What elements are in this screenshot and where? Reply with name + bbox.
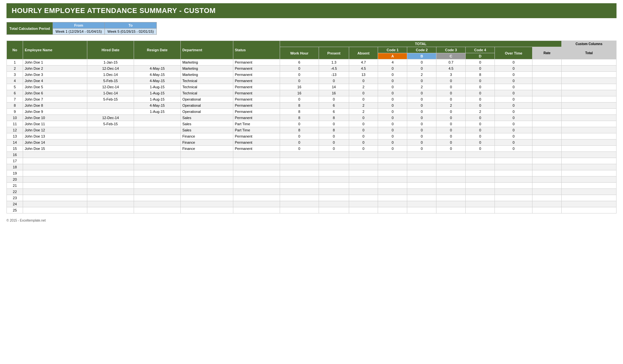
col-employee-name: Employee Name [23,41,87,59]
table-row: 23 [7,195,617,201]
col-present: Present [319,47,349,59]
period-table: Total Calculation Period From To Week 1 … [6,22,157,35]
table-row: 3John Doe 31-Dec-144-May-15MarketingPerm… [7,72,617,78]
table-row: 10John Doe 1012-Dec-14SalesPermanent8800… [7,115,617,121]
table-row: 15John Doe 15FinancePermanent00000000 [7,146,617,152]
col-resign-date: Resign Date [134,41,181,59]
page-title: HOURLY EMPLOYEE ATTENDANCE SUMMARY - CUS… [6,3,617,18]
col-status: Status [233,41,280,59]
table-row: 11John Doe 115-Feb-15SalesPart Time00000… [7,121,617,127]
table-row: 21 [7,183,617,189]
to-value: Week 5 (01/26/15 - 02/01/15) [104,29,156,35]
table-row: 5John Doe 512-Dec-141-Aug-15TechnicalPer… [7,84,617,90]
table-row: 19 [7,170,617,176]
table-row: 24 [7,201,617,207]
col-absent: Absent [349,47,378,59]
total-section-header: TOTAL [280,41,562,47]
col-code4: Code 4 [466,47,495,53]
table-row: 13John Doe 13FinancePermanent00000000 [7,133,617,140]
col-sub-b: B [407,53,436,59]
table-row: 1John Doe 11-Jan-15MarketingPermanent61.… [7,59,617,66]
period-label-1: Total Calculation Period [7,22,53,35]
table-row: 7John Doe 75-Feb-151-Aug-15OperationalPe… [7,96,617,103]
table-row: 25 [7,207,617,213]
table-row: 4John Doe 45-Feb-154-May-15TechnicalPerm… [7,78,617,84]
table-row: 16 [7,152,617,158]
table-row: 2John Doe 212-Dec-144-May-15MarketingPer… [7,66,617,72]
col-work-hour: Work Hour [280,47,319,59]
table-row: 8John Doe 84-May-15OperationalPermanent8… [7,103,617,109]
col-no: No [7,41,23,59]
table-row: 22 [7,189,617,195]
table-row: 14John Doe 14FinancePermanent00000000 [7,140,617,146]
table-row: 9John Doe 91-Aug-15OperationalPermanent8… [7,109,617,115]
col-sub-a: A [378,53,407,59]
col-rate: Rate [532,47,562,59]
table-row: 6John Doe 61-Dec-141-Aug-15TechnicalPerm… [7,90,617,96]
col-sub-c: C [436,53,466,59]
custom-columns-header: Custom Columns [562,41,617,47]
col-hired-date: Hired Date [87,41,134,59]
table-row: 12John Doe 12SalesPart Time88000000 [7,127,617,133]
col-total: Total [562,47,617,59]
table-row: 18 [7,164,617,170]
from-value: Week 1 (12/29/14 - 01/04/15) [53,29,105,35]
col-sub-d: D [466,53,495,59]
to-header: To [104,22,156,29]
col-department: Department [180,41,233,59]
from-header: From [53,22,105,29]
footer-text: © 2015 - Exceltemplate.net [6,219,617,222]
col-over-time: Over Time [495,47,532,59]
col-code3: Code 3 [436,47,466,53]
col-code2: Code 2 [407,47,436,53]
col-code1: Code 1 [378,47,407,53]
attendance-table: No Employee Name Hired Date Resign Date … [6,41,617,213]
table-row: 20 [7,176,617,183]
table-row: 17 [7,158,617,164]
